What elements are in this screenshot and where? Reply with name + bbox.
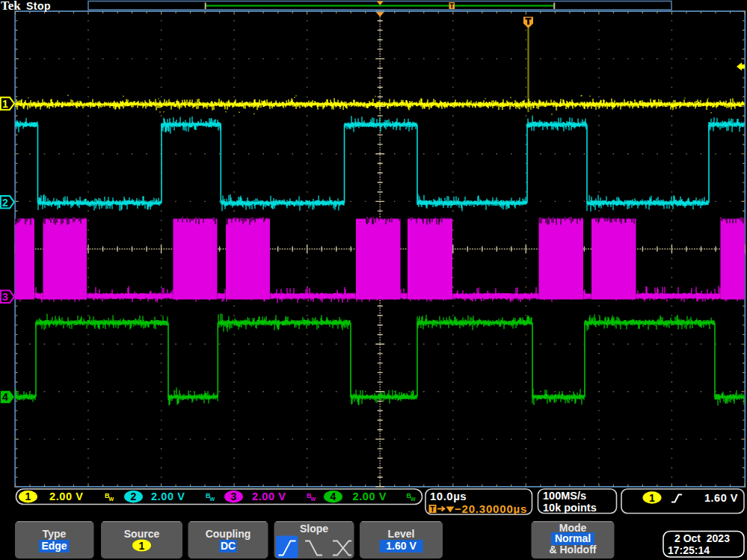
svg-text:Level: Level [388,528,415,540]
svg-text:Normal: Normal [555,532,591,544]
svg-text:2.00 V: 2.00 V [252,490,286,502]
svg-text:2: 2 [131,490,137,502]
svg-text:1: 1 [2,98,8,110]
svg-text:2: 2 [2,197,8,209]
svg-text:2.00 V: 2.00 V [353,490,387,502]
svg-text:1: 1 [649,492,655,504]
svg-text:Source: Source [124,528,160,540]
svg-text:1.60 V: 1.60 V [386,540,416,552]
svg-text:& Holdoff: & Holdoff [550,544,597,556]
svg-text:W: W [311,496,316,502]
svg-text:4: 4 [331,490,336,502]
svg-text:−20.30000µs: −20.30000µs [455,502,527,515]
svg-text:2.00 V: 2.00 V [49,490,84,502]
svg-text:W: W [109,496,114,502]
svg-text:3: 3 [231,490,237,502]
svg-text:Coupling: Coupling [206,528,251,540]
svg-text:Tek: Tek [1,0,21,13]
svg-text:17:25:14: 17:25:14 [668,544,710,556]
svg-text:100MS/s: 100MS/s [543,490,586,502]
svg-text:Stop: Stop [26,0,51,12]
svg-text:1: 1 [139,540,145,552]
svg-text:1.60 V: 1.60 V [704,492,738,504]
svg-text:Type: Type [43,528,67,540]
svg-text:2 Oct 2023: 2 Oct 2023 [674,532,730,544]
svg-text:1: 1 [25,490,31,502]
svg-text:3: 3 [2,291,8,303]
svg-text:Edge: Edge [41,540,67,552]
svg-text:2.00 V: 2.00 V [151,490,185,502]
svg-text:DC: DC [221,540,236,552]
svg-text:4: 4 [2,391,8,403]
svg-text:Slope: Slope [300,523,328,535]
svg-text:W: W [411,496,416,502]
svg-text:10.0µs: 10.0µs [430,490,467,502]
svg-text:10k points: 10k points [543,502,597,514]
svg-text:W: W [210,496,215,502]
